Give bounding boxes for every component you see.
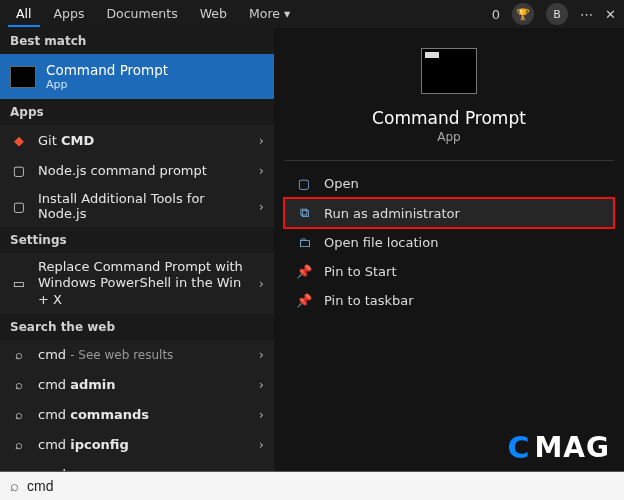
web-item-cmd-commands[interactable]: ⌕ cmd commands › — [0, 400, 274, 430]
tab-documents[interactable]: Documents — [98, 2, 185, 27]
action-open-file-location[interactable]: 🗀 Open file location — [284, 228, 614, 257]
preview-subtitle: App — [437, 130, 460, 144]
settings-icon: ▭ — [10, 274, 28, 292]
results-panel: Best match Command Prompt App Apps ◆ Git… — [0, 28, 274, 471]
preview-title: Command Prompt — [372, 108, 526, 128]
best-match-header: Best match — [0, 28, 274, 54]
search-icon: ⌕ — [10, 346, 28, 364]
scope-tabs: All Apps Documents Web More ▾ 0 🏆 B ⋯ ✕ — [0, 0, 624, 28]
chevron-right-icon: › — [259, 347, 264, 362]
app-item-nodejs-tools[interactable]: ▢ Install Additional Tools for Node.js › — [0, 185, 274, 227]
pin-icon: 📌 — [296, 293, 312, 308]
tab-web[interactable]: Web — [192, 2, 235, 27]
web-item-cmd-ipconfig[interactable]: ⌕ cmd ipconfig › — [0, 430, 274, 460]
search-icon: ⌕ — [10, 436, 28, 454]
terminal-icon: ▢ — [10, 161, 28, 179]
web-item-cmd-admin[interactable]: ⌕ cmd admin › — [0, 370, 274, 400]
search-input[interactable] — [27, 478, 614, 494]
rewards-icon[interactable]: 🏆 — [512, 3, 534, 25]
chevron-right-icon: › — [259, 276, 264, 291]
close-icon[interactable]: ✕ — [605, 7, 616, 22]
options-icon[interactable]: ⋯ — [580, 7, 593, 22]
chevron-right-icon: › — [259, 377, 264, 392]
tab-apps[interactable]: Apps — [46, 2, 93, 27]
action-pin-to-taskbar[interactable]: 📌 Pin to taskbar — [284, 286, 614, 315]
best-match-item[interactable]: Command Prompt App — [0, 54, 274, 99]
settings-item-replace-cmd[interactable]: ▭ Replace Command Prompt with Windows Po… — [0, 253, 274, 314]
chevron-right-icon: › — [259, 133, 264, 148]
settings-header: Settings — [0, 227, 274, 253]
preview-panel: Command Prompt App ▢ Open ⧉ Run as admin… — [274, 28, 624, 471]
action-run-as-administrator[interactable]: ⧉ Run as administrator — [284, 198, 614, 228]
action-open[interactable]: ▢ Open — [284, 169, 614, 198]
avatar[interactable]: B — [546, 3, 568, 25]
rewards-points[interactable]: 0 — [492, 7, 500, 22]
watermark-logo: CMAG — [507, 430, 610, 465]
pin-icon: 📌 — [296, 264, 312, 279]
search-icon: ⌕ — [10, 376, 28, 394]
tab-more[interactable]: More ▾ — [241, 2, 298, 27]
tab-all[interactable]: All — [8, 2, 40, 27]
chevron-down-icon: ▾ — [284, 6, 290, 21]
chevron-right-icon: › — [259, 163, 264, 178]
command-prompt-icon — [10, 66, 36, 88]
admin-icon: ⧉ — [296, 205, 312, 221]
chevron-right-icon: › — [259, 199, 264, 214]
best-match-title: Command Prompt — [46, 62, 168, 78]
action-pin-to-start[interactable]: 📌 Pin to Start — [284, 257, 614, 286]
divider — [284, 160, 614, 161]
app-item-git-cmd[interactable]: ◆ Git CMD › — [0, 125, 274, 155]
command-prompt-large-icon — [421, 48, 477, 94]
search-icon: ⌕ — [10, 406, 28, 424]
git-icon: ◆ — [10, 131, 28, 149]
apps-header: Apps — [0, 99, 274, 125]
web-header: Search the web — [0, 314, 274, 340]
search-bar: ⌕ — [0, 471, 624, 500]
chevron-right-icon: › — [259, 407, 264, 422]
terminal-icon: ▢ — [10, 197, 28, 215]
web-item-cmd[interactable]: ⌕ cmd - See web results › — [0, 340, 274, 370]
chevron-right-icon: › — [259, 437, 264, 452]
best-match-subtitle: App — [46, 78, 168, 91]
web-item-cmder[interactable]: ⌕ cmder › — [0, 460, 274, 471]
search-icon: ⌕ — [10, 477, 19, 495]
open-icon: ▢ — [296, 176, 312, 191]
folder-icon: 🗀 — [296, 235, 312, 250]
app-item-nodejs-prompt[interactable]: ▢ Node.js command prompt › — [0, 155, 274, 185]
